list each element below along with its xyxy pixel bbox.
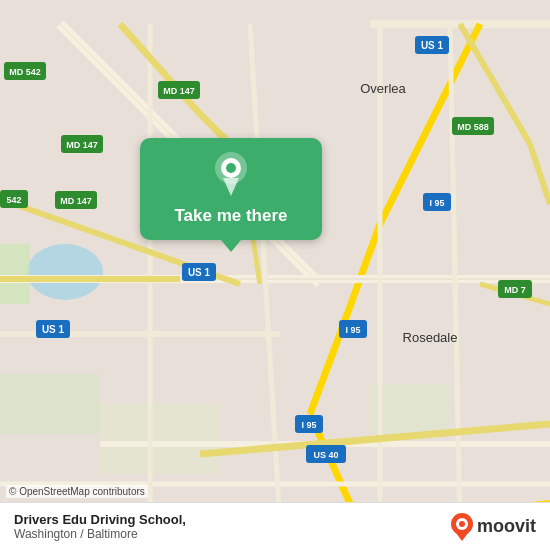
svg-text:MD 147: MD 147 [163, 86, 195, 96]
svg-text:542: 542 [6, 195, 21, 205]
svg-rect-2 [0, 374, 100, 434]
svg-text:Rosedale: Rosedale [403, 330, 458, 345]
svg-marker-69 [456, 533, 468, 541]
svg-point-70 [459, 521, 465, 527]
svg-marker-66 [223, 178, 239, 196]
take-me-there-card[interactable]: Take me there [140, 138, 322, 240]
svg-text:US 40: US 40 [313, 450, 338, 460]
svg-text:I 95: I 95 [429, 198, 444, 208]
svg-text:MD 542: MD 542 [9, 67, 41, 77]
svg-text:Overlea: Overlea [360, 81, 406, 96]
svg-text:MD 588: MD 588 [457, 122, 489, 132]
svg-line-29 [530, 144, 550, 204]
moovit-text: moovit [477, 516, 536, 537]
bottom-bar: Drivers Edu Driving School, Washington /… [0, 502, 550, 550]
svg-text:MD 147: MD 147 [60, 196, 92, 206]
svg-text:MD 7: MD 7 [504, 285, 526, 295]
svg-text:US 1: US 1 [421, 40, 444, 51]
map-attribution: © OpenStreetMap contributors [6, 485, 148, 498]
moovit-pin-icon [451, 513, 473, 541]
location-name: Washington / Baltimore [14, 527, 186, 541]
svg-point-0 [27, 244, 103, 300]
svg-text:I 95: I 95 [301, 420, 316, 430]
map-container: US 1 MD 542 MD 147 MD 147 MD 147 MD 588 … [0, 0, 550, 550]
map-svg: US 1 MD 542 MD 147 MD 147 MD 147 MD 588 … [0, 0, 550, 550]
svg-point-65 [226, 163, 236, 173]
location-pin-icon [213, 152, 249, 200]
take-me-there-label: Take me there [174, 206, 287, 226]
svg-line-10 [310, 334, 340, 414]
moovit-logo: moovit [451, 513, 536, 541]
school-name: Drivers Edu Driving School, [14, 512, 186, 527]
svg-text:I 95: I 95 [345, 325, 360, 335]
svg-rect-1 [0, 244, 30, 304]
bottom-left-info: Drivers Edu Driving School, Washington /… [14, 512, 186, 541]
svg-text:US 1: US 1 [188, 267, 211, 278]
svg-rect-3 [100, 404, 220, 474]
svg-text:MD 147: MD 147 [66, 140, 98, 150]
svg-text:US 1: US 1 [42, 324, 65, 335]
